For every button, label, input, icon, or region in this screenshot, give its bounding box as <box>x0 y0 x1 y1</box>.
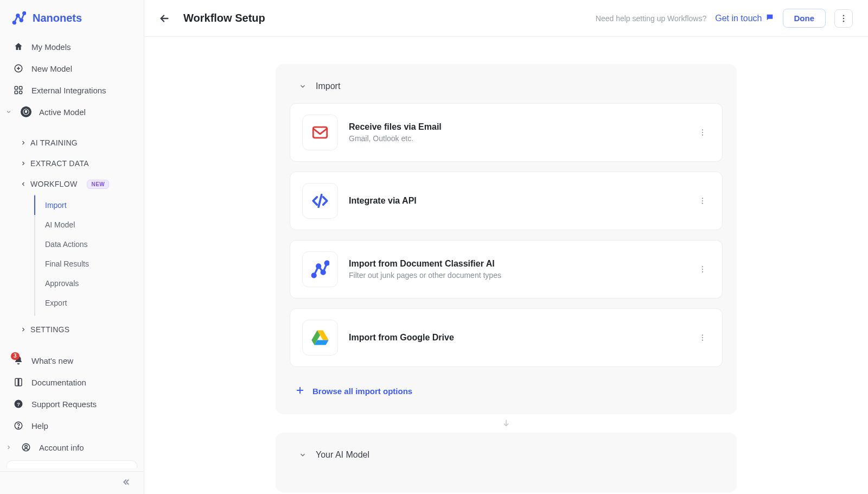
sidebar-section-label: EXTRACT DATA <box>30 159 89 168</box>
card-menu-button[interactable] <box>695 193 710 208</box>
chat-icon <box>765 13 774 24</box>
mail-icon <box>302 115 338 150</box>
sidebar-item-whats-new[interactable]: 3 What's new <box>0 350 144 371</box>
chevron-down-icon <box>298 451 307 459</box>
sidebar-item-label: My Models <box>31 42 71 52</box>
sidebar-section-label: SETTINGS <box>30 325 69 334</box>
sidebar-item-label: External Integrations <box>31 86 106 95</box>
sidebar-sub-ai-model[interactable]: AI Model <box>35 215 144 235</box>
sidebar-item-account[interactable]: Account info <box>0 436 144 458</box>
brand[interactable]: Nanonets <box>0 0 144 34</box>
sidebar-item-label: Documentation <box>31 378 86 387</box>
svg-rect-6 <box>20 86 22 89</box>
sidebar-sub-label: Approvals <box>45 279 79 288</box>
card-title: Integrate via API <box>349 196 684 206</box>
chevron-right-icon <box>20 326 27 333</box>
svg-rect-7 <box>15 91 17 94</box>
svg-rect-5 <box>15 86 17 89</box>
sidebar-item-my-models[interactable]: My Models <box>0 36 144 58</box>
svg-point-30 <box>702 266 703 267</box>
card-body: Import from Google Drive <box>349 333 684 343</box>
card-menu-button[interactable] <box>695 262 710 277</box>
svg-point-16 <box>843 15 845 16</box>
svg-point-17 <box>843 17 845 19</box>
sidebar-primary-group: My Models New Model External Integration… <box>0 34 144 125</box>
sidebar-item-new-model[interactable]: New Model <box>0 58 144 79</box>
user-circle-icon <box>21 442 31 453</box>
sidebar-section-settings[interactable]: SETTINGS <box>0 319 144 340</box>
ai-model-panel-header[interactable]: Your AI Model <box>290 447 723 460</box>
grid-apps-icon <box>13 85 24 96</box>
new-badge: NEW <box>87 180 109 189</box>
chevron-right-icon <box>20 139 27 147</box>
chevron-down-icon <box>20 180 27 188</box>
sidebar-sub-label: Data Actions <box>45 240 88 249</box>
nanonets-icon <box>302 251 338 287</box>
topbar: Workflow Setup Need help setting up Work… <box>144 0 868 37</box>
card-title: Import from Google Drive <box>349 333 684 343</box>
back-button[interactable] <box>155 9 174 28</box>
sidebar-sections: AI TRAINING EXTRACT DATA WORKFLOW NEW Im… <box>0 130 144 342</box>
card-menu-button[interactable] <box>695 125 710 140</box>
sidebar-strip <box>7 460 137 468</box>
svg-point-21 <box>702 132 703 133</box>
sidebar-footer: 3 What's new Documentation ? Support Req… <box>0 350 144 471</box>
card-email[interactable]: Receive files via Email Gmail, Outlook e… <box>290 103 723 162</box>
sidebar-item-active-model[interactable]: Active Model <box>0 101 144 123</box>
sidebar-section-label: AI TRAINING <box>30 138 78 147</box>
card-body: Integrate via API <box>349 196 684 206</box>
sidebar-section-ai-training[interactable]: AI TRAINING <box>0 132 144 153</box>
card-menu-button[interactable] <box>695 330 710 345</box>
home-icon <box>13 41 24 52</box>
more-menu-button[interactable] <box>834 9 853 28</box>
topbar-right: Need help setting up Workflows? Get in t… <box>596 9 853 28</box>
plus-icon <box>295 385 305 397</box>
svg-point-20 <box>702 129 703 130</box>
question-filled-icon: ? <box>13 398 24 409</box>
browse-label: Browse all import options <box>312 387 412 396</box>
sidebar-item-help[interactable]: Help <box>0 415 144 436</box>
compass-icon <box>21 106 31 117</box>
chevron-down-icon <box>4 107 13 116</box>
sidebar-item-support[interactable]: ? Support Requests <box>0 393 144 415</box>
chevron-right-icon <box>4 443 13 452</box>
card-gdrive[interactable]: Import from Google Drive <box>290 308 723 367</box>
ai-model-panel: Your AI Model <box>276 433 737 492</box>
chevron-down-icon <box>298 82 307 91</box>
card-api[interactable]: Integrate via API <box>290 172 723 230</box>
book-icon <box>13 377 24 388</box>
page-title: Workflow Setup <box>183 12 265 24</box>
svg-text:?: ? <box>17 401 20 407</box>
sidebar-item-integrations[interactable]: External Integrations <box>0 79 144 101</box>
svg-point-25 <box>702 203 703 204</box>
get-in-touch-link[interactable]: Get in touch <box>715 13 774 24</box>
svg-point-34 <box>702 337 703 338</box>
help-text: Need help setting up Workflows? <box>596 14 706 23</box>
svg-point-18 <box>843 20 845 22</box>
svg-point-15 <box>25 445 28 448</box>
sidebar-sub-export[interactable]: Export <box>35 293 144 313</box>
import-panel: Import Receive files via Email Gmail, Ou… <box>276 64 737 414</box>
browse-all-import-button[interactable]: Browse all import options <box>290 379 723 399</box>
sidebar-sub-data-actions[interactable]: Data Actions <box>35 235 144 254</box>
done-button[interactable]: Done <box>783 9 826 28</box>
sidebar-collapse-button[interactable] <box>0 471 144 494</box>
card-doc-classifier[interactable]: Import from Document Classifier AI Filte… <box>290 240 723 299</box>
sidebar-section-extract-data[interactable]: EXTRACT DATA <box>0 153 144 174</box>
arrow-down-icon <box>144 414 868 433</box>
sidebar-workflow-subgroup: Import AI Model Data Actions Final Resul… <box>34 194 144 316</box>
sidebar-sub-import[interactable]: Import <box>35 195 144 215</box>
sidebar-item-documentation[interactable]: Documentation <box>0 371 144 393</box>
sidebar-sub-label: Export <box>45 299 67 307</box>
sidebar-sub-approvals[interactable]: Approvals <box>35 274 144 293</box>
sidebar-section-workflow[interactable]: WORKFLOW NEW <box>0 174 144 194</box>
help-circle-icon <box>13 420 24 431</box>
help-link-label: Get in touch <box>715 14 762 23</box>
svg-point-33 <box>702 334 703 335</box>
svg-point-31 <box>702 269 703 270</box>
main: Workflow Setup Need help setting up Work… <box>144 0 868 494</box>
sidebar-sub-final-results[interactable]: Final Results <box>35 254 144 274</box>
svg-point-23 <box>702 198 703 199</box>
import-panel-header[interactable]: Import <box>290 78 723 103</box>
code-icon <box>302 183 338 219</box>
